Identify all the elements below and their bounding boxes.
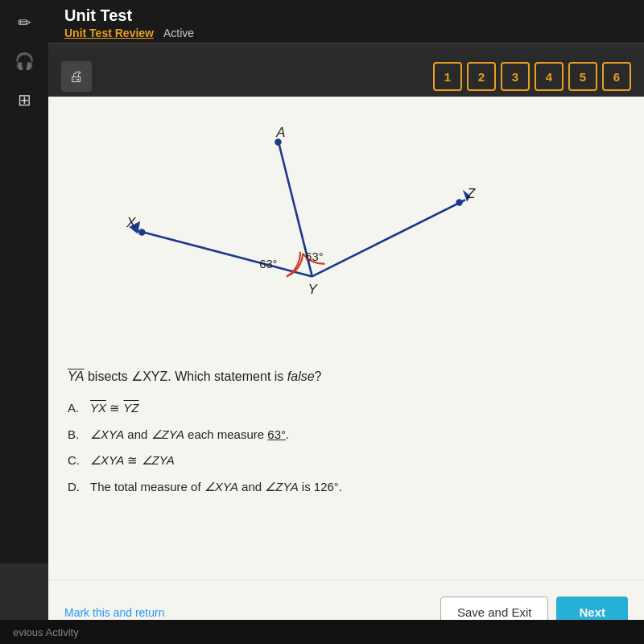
svg-text:X: X <box>126 215 136 230</box>
question-number-6[interactable]: 6 <box>602 62 631 91</box>
false-word: false <box>287 369 315 383</box>
option-d-letter: D. <box>68 478 84 497</box>
option-c-text: ∠XYA ≅ ∠ZYA <box>90 452 175 470</box>
page-title: Unit Test <box>64 6 631 25</box>
sidebar: ✏ 🎧 ⊞ <box>0 0 48 564</box>
question-number-2[interactable]: 2 <box>467 62 496 91</box>
svg-text:63°: 63° <box>305 250 323 263</box>
option-c[interactable]: C. ∠XYA ≅ ∠ZYA <box>68 452 625 470</box>
question-number-5[interactable]: 5 <box>568 62 597 91</box>
main-content: A X Y Z 63° 63° YA bisects ∠XYZ. Which s… <box>48 97 644 580</box>
mark-return-link[interactable]: Mark this and return <box>64 606 165 619</box>
prev-activity-bar: evious Activity <box>0 620 644 644</box>
question-number-3[interactable]: 3 <box>501 62 530 91</box>
status-badge: Active <box>163 27 194 39</box>
svg-point-14 <box>456 199 462 205</box>
pencil-icon[interactable]: ✏ <box>8 6 40 39</box>
toolbar: 🖨 1 2 3 4 5 6 <box>48 56 644 97</box>
option-d-text: The total measure of ∠XYA and ∠ZYA is 12… <box>90 478 342 497</box>
header: Unit Test Unit Test Review Active <box>0 0 644 43</box>
headphone-icon[interactable]: 🎧 <box>8 45 40 77</box>
header-subtitle: Unit Test Review Active <box>64 27 631 39</box>
option-d[interactable]: D. The total measure of ∠XYA and ∠ZYA is… <box>68 478 625 497</box>
svg-text:Y: Y <box>308 282 318 297</box>
prev-activity-text: evious Activity <box>13 626 79 638</box>
svg-text:A: A <box>275 125 285 140</box>
option-c-letter: C. <box>68 452 84 470</box>
subtitle-text[interactable]: Unit Test Review <box>64 27 154 39</box>
question-numbers: 1 2 3 4 5 6 <box>433 62 631 91</box>
geometry-diagram: A X Y Z 63° 63° <box>48 97 644 354</box>
question-number-1[interactable]: 1 <box>433 62 462 91</box>
calculator-icon[interactable]: ⊞ <box>8 84 40 116</box>
question-text: YA bisects ∠XYZ. Which statement is fals… <box>68 367 625 386</box>
ya-ray-label: YA <box>68 369 84 383</box>
question-number-4[interactable]: 4 <box>535 62 564 91</box>
option-a[interactable]: A. YX ≅ YZ <box>68 399 625 418</box>
option-b[interactable]: B. ∠XYA and ∠ZYA each measure 63°. <box>68 426 625 444</box>
option-a-letter: A. <box>68 399 84 418</box>
question-bisects-text: bisects ∠XYZ. Which statement is <box>88 369 287 383</box>
question-area: YA bisects ∠XYZ. Which statement is fals… <box>48 354 644 517</box>
svg-point-13 <box>138 229 145 235</box>
diagram-area: A X Y Z 63° 63° <box>48 97 644 354</box>
svg-text:63°: 63° <box>259 258 277 270</box>
option-a-text: YX ≅ YZ <box>90 399 139 418</box>
print-button[interactable]: 🖨 <box>61 61 92 92</box>
option-b-letter: B. <box>68 426 84 444</box>
svg-text:Z: Z <box>466 186 476 201</box>
option-b-text: ∠XYA and ∠ZYA each measure 63°. <box>90 426 289 444</box>
